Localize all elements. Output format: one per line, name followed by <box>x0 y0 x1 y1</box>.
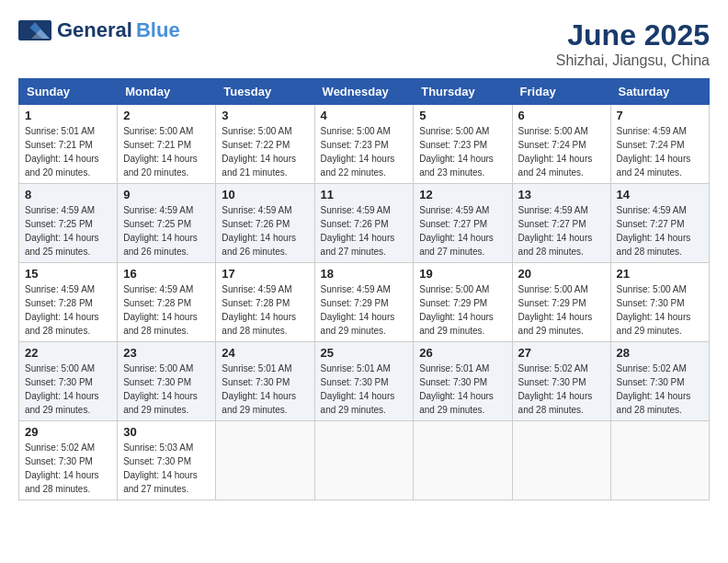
day-info: Sunrise: 5:00 AMSunset: 7:23 PMDaylight:… <box>419 126 494 178</box>
day-info: Sunrise: 4:59 AMSunset: 7:28 PMDaylight:… <box>123 284 198 336</box>
empty-day-cell <box>216 421 314 500</box>
day-cell-5: 5 Sunrise: 5:00 AMSunset: 7:23 PMDayligh… <box>414 105 512 184</box>
day-cell-30: 30 Sunrise: 5:03 AMSunset: 7:30 PMDaylig… <box>118 421 216 500</box>
day-number: 1 <box>25 109 111 122</box>
week-row-2: 8 Sunrise: 4:59 AMSunset: 7:25 PMDayligh… <box>19 184 710 263</box>
day-cell-16: 16 Sunrise: 4:59 AMSunset: 7:28 PMDaylig… <box>118 263 216 342</box>
day-cell-12: 12 Sunrise: 4:59 AMSunset: 7:27 PMDaylig… <box>414 184 512 263</box>
day-number: 5 <box>419 109 506 122</box>
day-info: Sunrise: 4:59 AMSunset: 7:29 PMDaylight:… <box>321 284 395 336</box>
day-info: Sunrise: 5:01 AMSunset: 7:30 PMDaylight:… <box>222 363 296 415</box>
weekday-thursday: Thursday <box>414 79 512 105</box>
day-info: Sunrise: 4:59 AMSunset: 7:26 PMDaylight:… <box>321 205 395 257</box>
empty-day-cell <box>414 421 512 500</box>
day-cell-24: 24 Sunrise: 5:01 AMSunset: 7:30 PMDaylig… <box>216 342 314 421</box>
day-info: Sunrise: 4:59 AMSunset: 7:27 PMDaylight:… <box>518 205 593 257</box>
day-number: 16 <box>123 267 210 281</box>
day-cell-21: 21 Sunrise: 5:00 AMSunset: 7:30 PMDaylig… <box>610 263 709 342</box>
day-cell-19: 19 Sunrise: 5:00 AMSunset: 7:29 PMDaylig… <box>414 263 512 342</box>
day-info: Sunrise: 5:00 AMSunset: 7:29 PMDaylight:… <box>518 284 593 336</box>
day-cell-3: 3 Sunrise: 5:00 AMSunset: 7:22 PMDayligh… <box>216 105 314 184</box>
day-number: 20 <box>518 267 605 281</box>
day-number: 23 <box>123 346 210 360</box>
day-info: Sunrise: 4:59 AMSunset: 7:26 PMDaylight:… <box>222 205 296 257</box>
day-number: 4 <box>321 109 408 122</box>
day-number: 26 <box>419 346 506 360</box>
day-info: Sunrise: 5:01 AMSunset: 7:21 PMDaylight:… <box>25 126 99 178</box>
day-number: 9 <box>123 188 210 201</box>
day-info: Sunrise: 4:59 AMSunset: 7:27 PMDaylight:… <box>419 205 494 257</box>
weekday-header-row: SundayMondayTuesdayWednesdayThursdayFrid… <box>19 79 710 105</box>
day-cell-14: 14 Sunrise: 4:59 AMSunset: 7:27 PMDaylig… <box>610 184 709 263</box>
empty-day-cell <box>610 421 709 500</box>
day-cell-2: 2 Sunrise: 5:00 AMSunset: 7:21 PMDayligh… <box>118 105 216 184</box>
weekday-saturday: Saturday <box>610 79 709 105</box>
week-row-3: 15 Sunrise: 4:59 AMSunset: 7:28 PMDaylig… <box>19 263 710 342</box>
location-title: Shizhai, Jiangsu, China <box>556 52 710 69</box>
day-info: Sunrise: 5:00 AMSunset: 7:22 PMDaylight:… <box>222 126 296 178</box>
page-header: GeneralBlue June 2025 Shizhai, Jiangsu, … <box>18 18 710 69</box>
day-cell-13: 13 Sunrise: 4:59 AMSunset: 7:27 PMDaylig… <box>512 184 610 263</box>
day-cell-8: 8 Sunrise: 4:59 AMSunset: 7:25 PMDayligh… <box>19 184 118 263</box>
day-info: Sunrise: 4:59 AMSunset: 7:28 PMDaylight:… <box>25 284 99 336</box>
day-number: 12 <box>419 188 506 201</box>
day-info: Sunrise: 5:00 AMSunset: 7:24 PMDaylight:… <box>518 126 593 178</box>
logo: GeneralBlue <box>18 18 180 42</box>
day-cell-20: 20 Sunrise: 5:00 AMSunset: 7:29 PMDaylig… <box>512 263 610 342</box>
day-info: Sunrise: 5:01 AMSunset: 7:30 PMDaylight:… <box>321 363 395 415</box>
week-row-5: 29 Sunrise: 5:02 AMSunset: 7:30 PMDaylig… <box>19 421 710 500</box>
day-number: 21 <box>617 267 703 281</box>
day-number: 14 <box>617 188 703 201</box>
day-cell-17: 17 Sunrise: 4:59 AMSunset: 7:28 PMDaylig… <box>216 263 314 342</box>
weekday-wednesday: Wednesday <box>314 79 414 105</box>
day-info: Sunrise: 5:02 AMSunset: 7:30 PMDaylight:… <box>25 442 99 494</box>
day-number: 15 <box>25 267 111 281</box>
day-number: 19 <box>419 267 506 281</box>
day-cell-4: 4 Sunrise: 5:00 AMSunset: 7:23 PMDayligh… <box>314 105 414 184</box>
day-cell-11: 11 Sunrise: 4:59 AMSunset: 7:26 PMDaylig… <box>314 184 414 263</box>
weekday-monday: Monday <box>118 79 216 105</box>
day-info: Sunrise: 5:03 AMSunset: 7:30 PMDaylight:… <box>123 442 198 494</box>
day-info: Sunrise: 4:59 AMSunset: 7:24 PMDaylight:… <box>617 126 691 178</box>
day-cell-27: 27 Sunrise: 5:02 AMSunset: 7:30 PMDaylig… <box>512 342 610 421</box>
day-number: 22 <box>25 346 111 360</box>
day-number: 11 <box>321 188 408 201</box>
day-number: 6 <box>518 109 605 122</box>
weekday-sunday: Sunday <box>19 79 118 105</box>
day-cell-28: 28 Sunrise: 5:02 AMSunset: 7:30 PMDaylig… <box>610 342 709 421</box>
day-number: 29 <box>25 425 111 439</box>
day-cell-22: 22 Sunrise: 5:00 AMSunset: 7:30 PMDaylig… <box>19 342 118 421</box>
day-number: 27 <box>518 346 605 360</box>
logo-blue: Blue <box>136 18 180 42</box>
day-info: Sunrise: 4:59 AMSunset: 7:28 PMDaylight:… <box>222 284 296 336</box>
week-row-4: 22 Sunrise: 5:00 AMSunset: 7:30 PMDaylig… <box>19 342 710 421</box>
day-number: 2 <box>123 109 210 122</box>
day-info: Sunrise: 5:02 AMSunset: 7:30 PMDaylight:… <box>518 363 593 415</box>
week-row-1: 1 Sunrise: 5:01 AMSunset: 7:21 PMDayligh… <box>19 105 710 184</box>
day-info: Sunrise: 5:02 AMSunset: 7:30 PMDaylight:… <box>617 363 691 415</box>
day-number: 17 <box>222 267 308 281</box>
day-cell-23: 23 Sunrise: 5:00 AMSunset: 7:30 PMDaylig… <box>118 342 216 421</box>
day-cell-6: 6 Sunrise: 5:00 AMSunset: 7:24 PMDayligh… <box>512 105 610 184</box>
logo-icon <box>18 20 51 40</box>
weekday-tuesday: Tuesday <box>216 79 314 105</box>
day-info: Sunrise: 5:00 AMSunset: 7:23 PMDaylight:… <box>321 126 395 178</box>
day-info: Sunrise: 4:59 AMSunset: 7:25 PMDaylight:… <box>123 205 198 257</box>
day-number: 10 <box>222 188 308 201</box>
day-cell-29: 29 Sunrise: 5:02 AMSunset: 7:30 PMDaylig… <box>19 421 118 500</box>
day-cell-1: 1 Sunrise: 5:01 AMSunset: 7:21 PMDayligh… <box>19 105 118 184</box>
day-cell-7: 7 Sunrise: 4:59 AMSunset: 7:24 PMDayligh… <box>610 105 709 184</box>
day-number: 8 <box>25 188 111 201</box>
day-info: Sunrise: 5:00 AMSunset: 7:30 PMDaylight:… <box>25 363 99 415</box>
day-cell-9: 9 Sunrise: 4:59 AMSunset: 7:25 PMDayligh… <box>118 184 216 263</box>
day-number: 7 <box>617 109 703 122</box>
day-cell-10: 10 Sunrise: 4:59 AMSunset: 7:26 PMDaylig… <box>216 184 314 263</box>
day-info: Sunrise: 4:59 AMSunset: 7:27 PMDaylight:… <box>617 205 691 257</box>
day-number: 28 <box>617 346 703 360</box>
weekday-friday: Friday <box>512 79 610 105</box>
day-number: 30 <box>123 425 210 439</box>
calendar-table: SundayMondayTuesdayWednesdayThursdayFrid… <box>18 78 710 500</box>
day-number: 18 <box>321 267 408 281</box>
day-info: Sunrise: 5:00 AMSunset: 7:30 PMDaylight:… <box>617 284 691 336</box>
day-cell-15: 15 Sunrise: 4:59 AMSunset: 7:28 PMDaylig… <box>19 263 118 342</box>
